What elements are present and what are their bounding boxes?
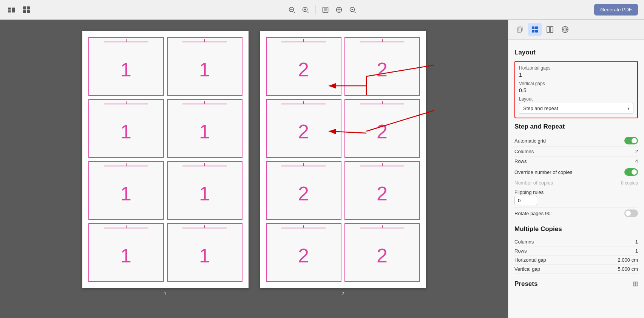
mc-v-gap-row: Vertical gap 5.000 cm bbox=[514, 265, 638, 274]
card-number: 1 bbox=[199, 58, 210, 81]
toolbar-right: Generate PDF bbox=[594, 4, 638, 16]
v-gaps-label: Vertical gaps bbox=[519, 81, 633, 86]
mc-v-gap-label: Vertical gap bbox=[514, 266, 540, 272]
svg-rect-1 bbox=[8, 9, 11, 11]
automatic-grid-row: Automatic grid bbox=[514, 135, 638, 147]
card-number: 1 bbox=[199, 244, 210, 267]
v-gaps-value: 0.5 bbox=[519, 87, 633, 93]
panel-icon-columns[interactable] bbox=[543, 23, 557, 36]
rotate-pages-toggle[interactable] bbox=[624, 209, 638, 217]
rows-label: Rows bbox=[514, 158, 527, 164]
zoom-in-btn[interactable] bbox=[300, 5, 310, 15]
card-top-line bbox=[182, 104, 227, 104]
mc-h-gap-row: Horizontal gap 2.000 cm bbox=[514, 256, 638, 265]
layout-icon-1[interactable] bbox=[6, 5, 17, 15]
right-panel: Layout Horizontal gaps 1 Vertical gaps 0… bbox=[508, 20, 644, 318]
page-1-wrapper: 1 1 1 1 1 1 1 1 1 bbox=[82, 31, 249, 296]
card-top-line bbox=[360, 228, 405, 228]
mc-columns-value: 1 bbox=[635, 239, 638, 245]
svg-rect-3 bbox=[12, 8, 15, 12]
layout-type-label: Layout bbox=[519, 96, 633, 102]
svg-rect-2 bbox=[8, 11, 11, 12]
panel-top-icons bbox=[508, 20, 644, 40]
page-2-label: 2 bbox=[341, 291, 344, 296]
presets-grid-icon[interactable]: ⊞ bbox=[632, 280, 638, 288]
svg-rect-30 bbox=[518, 27, 522, 31]
svg-rect-36 bbox=[550, 26, 553, 33]
presets-section: Presets ⊞ bbox=[514, 280, 638, 288]
card-top-line bbox=[182, 228, 227, 228]
presets-title-text: Presets bbox=[514, 280, 537, 288]
rotate-pages-label: Rotate pages 90° bbox=[514, 211, 553, 216]
card-2-1: 2 bbox=[266, 37, 341, 96]
card-number: 1 bbox=[120, 244, 131, 267]
flipping-rules-row: Flipping rules bbox=[514, 188, 638, 208]
svg-point-21 bbox=[351, 9, 353, 10]
card-top-line bbox=[281, 228, 326, 228]
layout-box: Horizontal gaps 1 Vertical gaps 0.5 Layo… bbox=[514, 61, 638, 118]
rows-row: Rows 4 bbox=[514, 157, 638, 166]
mc-h-gap-label: Horizontal gap bbox=[514, 257, 546, 263]
card-number: 2 bbox=[377, 120, 388, 143]
svg-rect-35 bbox=[547, 26, 550, 33]
layout-icon-2[interactable] bbox=[21, 5, 32, 15]
svg-rect-16 bbox=[324, 8, 327, 11]
card-1-4: 1 bbox=[167, 99, 242, 158]
page-1: 1 1 1 1 1 1 1 1 bbox=[82, 31, 249, 288]
automatic-grid-toggle[interactable] bbox=[624, 137, 638, 144]
toolbar-center bbox=[286, 5, 358, 15]
layout-select-wrapper[interactable]: Step and repeat Multiple copies Manual bbox=[519, 103, 633, 114]
zoom-fit-btn[interactable] bbox=[347, 5, 358, 15]
card-1-6: 1 bbox=[167, 161, 242, 220]
card-top-line bbox=[360, 42, 405, 42]
card-number: 1 bbox=[199, 182, 210, 205]
svg-rect-7 bbox=[27, 10, 30, 13]
svg-rect-34 bbox=[535, 30, 538, 33]
main-area: 1 1 1 1 1 1 1 1 1 2 2 2 2 2 2 2 2 bbox=[0, 20, 644, 318]
card-1-7: 1 bbox=[88, 223, 164, 282]
card-1-1: 1 bbox=[88, 37, 164, 96]
panel-icon-target[interactable] bbox=[558, 23, 572, 36]
override-copies-toggle[interactable] bbox=[624, 168, 638, 176]
card-number: 1 bbox=[120, 120, 131, 143]
card-number: 2 bbox=[377, 182, 388, 205]
rotate-pages-row: Rotate pages 90° bbox=[514, 208, 638, 219]
mc-h-gap-value: 2.000 cm bbox=[618, 257, 638, 263]
mc-rows-value: 1 bbox=[635, 248, 638, 254]
h-gaps-value: 1 bbox=[519, 72, 633, 78]
panel-icon-grid[interactable] bbox=[528, 23, 542, 36]
page-2-wrapper: 2 2 2 2 2 2 2 2 2 bbox=[260, 31, 426, 296]
card-top-line bbox=[360, 166, 405, 166]
card-2-2: 2 bbox=[344, 37, 420, 96]
columns-row: Columns 2 bbox=[514, 147, 638, 157]
panel-icon-duplicate[interactable] bbox=[513, 23, 527, 36]
svg-line-14 bbox=[307, 12, 308, 13]
number-of-copies-row: Number of copies 8 copies bbox=[514, 178, 638, 188]
h-gaps-label: Horizontal gaps bbox=[519, 65, 633, 71]
fit-page-btn[interactable] bbox=[320, 5, 330, 15]
flipping-rules-input[interactable] bbox=[514, 196, 537, 205]
divider bbox=[315, 5, 315, 14]
columns-label: Columns bbox=[514, 149, 534, 154]
override-copies-row: Override number of copies bbox=[514, 166, 638, 178]
svg-rect-33 bbox=[532, 30, 534, 33]
card-2-4: 2 bbox=[344, 99, 420, 158]
card-top-line bbox=[281, 104, 326, 104]
card-top-line bbox=[104, 228, 148, 228]
card-top-line bbox=[182, 166, 227, 166]
card-top-line bbox=[104, 104, 148, 104]
card-2-5: 2 bbox=[266, 161, 341, 220]
card-top-line bbox=[182, 42, 227, 42]
card-top-line bbox=[281, 166, 326, 166]
fit-width-btn[interactable] bbox=[334, 5, 344, 15]
generate-pdf-button[interactable]: Generate PDF bbox=[594, 4, 638, 16]
card-2-7: 2 bbox=[266, 223, 341, 282]
card-1-2: 1 bbox=[167, 37, 242, 96]
layout-section-title: Layout bbox=[514, 49, 638, 56]
mc-columns-label: Columns bbox=[514, 239, 534, 245]
layout-select[interactable]: Step and repeat Multiple copies Manual bbox=[519, 103, 633, 114]
card-number: 2 bbox=[298, 58, 309, 81]
svg-rect-4 bbox=[23, 6, 26, 9]
zoom-out-btn[interactable] bbox=[286, 5, 297, 15]
multiple-copies-title: Multiple Copies bbox=[514, 225, 638, 233]
